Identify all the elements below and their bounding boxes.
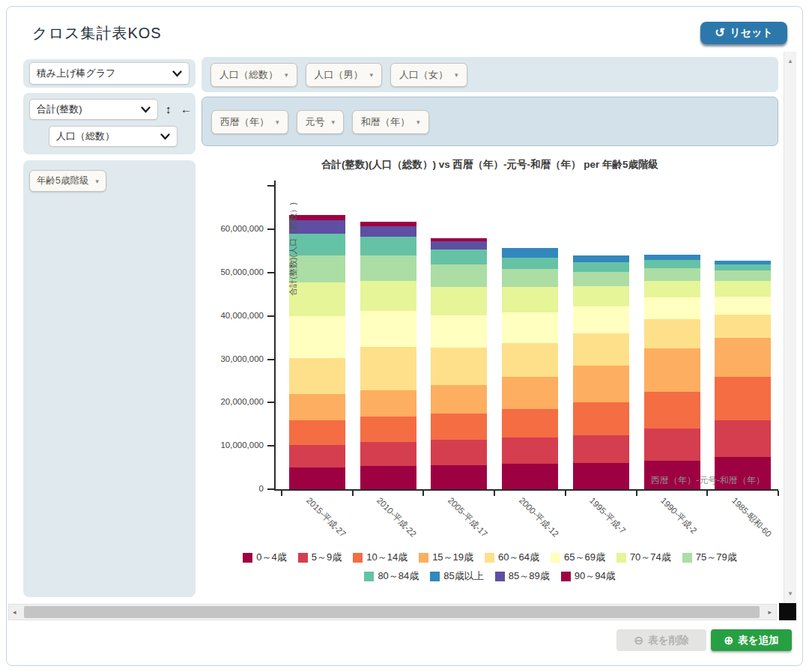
caret-down-icon: ▾ — [416, 118, 420, 126]
legend-item[interactable]: 80～84歳 — [364, 569, 419, 583]
y-axis-tick-label: 0 — [201, 484, 264, 493]
column-pill[interactable]: 人口（女）▾ — [390, 63, 467, 87]
pill-label: 人口（女） — [399, 68, 448, 82]
bar-segment — [644, 392, 700, 429]
bar-segment — [431, 287, 487, 315]
legend-item[interactable]: 75～79歳 — [682, 551, 737, 564]
legend-item[interactable]: 10～14歳 — [353, 551, 407, 564]
bar-segment — [715, 270, 771, 281]
x-axis-tick — [494, 491, 495, 496]
legend-item[interactable]: 70～74歳 — [616, 551, 671, 564]
legend-swatch-icon — [485, 553, 494, 563]
legend-swatch-icon — [616, 553, 626, 563]
y-axis-tick — [267, 445, 274, 447]
bar-segment — [715, 420, 771, 457]
chart-area: 合計(整数)(人口（総数）) vs 西暦（年）-元号-和暦（年） per 年齢5… — [202, 148, 778, 602]
bar-segment — [431, 264, 487, 287]
reset-button-label: リセット — [730, 26, 773, 40]
pill-label: 元号 — [306, 115, 325, 129]
vertical-scrollbar[interactable]: ▴ ▾ — [784, 52, 796, 603]
bar-segment — [573, 463, 629, 489]
caret-down-icon: ▾ — [95, 178, 99, 185]
legend-item[interactable]: 90～94歳 — [561, 569, 616, 583]
legend: 0～4歳5～9歳10～14歳15～19歳60～64歳65～69歳70～74歳75… — [202, 551, 778, 583]
bar-segment — [360, 255, 416, 281]
bar-segment — [431, 241, 487, 249]
bar-segment — [289, 467, 345, 489]
column-pill[interactable]: 人口（男）▾ — [306, 63, 383, 87]
bar-segment — [715, 315, 771, 338]
legend-item[interactable]: 85歳以上 — [430, 569, 483, 583]
legend-swatch-icon — [561, 572, 571, 581]
y-axis-tick — [267, 228, 274, 230]
add-circle-icon: ⊕ — [724, 635, 734, 646]
legend-item[interactable]: 60～64歳 — [485, 551, 539, 564]
row-field-pill[interactable]: 年齢5歳階級 ▾ — [29, 170, 106, 192]
legend-item[interactable]: 0～4歳 — [243, 551, 286, 564]
columns-bar: 人口（総数）▾人口（男）▾人口（女）▾ — [202, 57, 778, 92]
bar-segment — [360, 466, 416, 489]
horizontal-scrollbar-thumb[interactable] — [24, 606, 760, 618]
x-axis-tick — [281, 491, 282, 496]
x-axis-tick — [636, 491, 637, 496]
chart-type-panel: 積み上げ棒グラフ — [23, 59, 196, 88]
x-axis-tick — [706, 491, 708, 496]
x-axis-label: 西暦（年）-元号-和暦（年） — [651, 474, 765, 487]
bar-segment — [715, 264, 771, 270]
legend-label: 65～69歳 — [564, 551, 605, 564]
legend-item[interactable]: 5～9歳 — [298, 551, 342, 564]
chart-type-select[interactable]: 積み上げ棒グラフ — [29, 62, 190, 85]
bar-segment — [715, 297, 771, 315]
bar-segment — [289, 445, 345, 468]
bar-segment — [502, 438, 558, 464]
x-axis-pill[interactable]: 元号▾ — [297, 110, 345, 134]
legend-item[interactable]: 15～19歳 — [419, 551, 473, 564]
bar-segment — [644, 268, 700, 281]
legend-row: 80～84歳85歳以上85～89歳90～94歳 — [364, 569, 615, 583]
horizontal-scrollbar[interactable]: ◂ ▸ — [8, 604, 777, 620]
bar-segment — [502, 248, 558, 258]
scroll-left-icon[interactable]: ◂ — [13, 609, 16, 616]
x-axis-tick — [778, 491, 779, 496]
column-pill[interactable]: 人口（総数）▾ — [210, 63, 297, 87]
delete-table-button[interactable]: ⊖ 表を削除 — [616, 629, 706, 651]
x-axis-category-label: 1995-平成-7 — [587, 495, 628, 536]
legend-row: 0～4歳5～9歳10～14歳15～19歳60～64歳65～69歳70～74歳75… — [243, 551, 736, 564]
legend-item[interactable]: 85～89歳 — [495, 569, 550, 583]
page-title: クロス集計表KOS — [32, 23, 162, 43]
bar-segment — [360, 237, 416, 255]
x-axis-tick — [422, 491, 424, 496]
bar-segment — [573, 333, 629, 366]
bar-segment — [431, 315, 487, 348]
scroll-up-icon[interactable]: ▴ — [789, 58, 793, 64]
legend-label: 5～9歳 — [312, 551, 342, 564]
y-axis-label: 合計(整数)(人口（総数）) — [288, 163, 299, 336]
app-window: クロス集計表KOS ↺ リセット 積み上げ棒グラフ 合計(整数) ↕ ← 人口（… — [6, 6, 803, 666]
x-axis-pill[interactable]: 和暦（年）▾ — [352, 110, 429, 134]
x-axis-pill[interactable]: 西暦（年）▾ — [211, 110, 288, 134]
bar-segment — [644, 429, 700, 461]
bar-segment — [289, 420, 345, 444]
bar-segment — [573, 366, 629, 402]
scroll-right-icon[interactable]: ▸ — [768, 609, 772, 616]
chevron-down-icon — [172, 70, 182, 77]
add-table-button[interactable]: ⊕ 表を追加 — [711, 629, 792, 651]
legend-label: 75～79歳 — [696, 551, 737, 564]
bar-segment — [431, 385, 487, 414]
move-left-icon[interactable]: ← — [181, 103, 192, 115]
x-axis-category-label: 1990-平成-2 — [658, 495, 699, 536]
caret-down-icon: ▾ — [332, 118, 336, 126]
scroll-down-icon[interactable]: ▾ — [789, 590, 793, 597]
swap-vertical-icon[interactable]: ↕ — [166, 103, 172, 115]
value-subfield-value: 人口（総数） — [56, 130, 115, 143]
bar-segment — [573, 286, 629, 306]
value-subfield-select[interactable]: 人口（総数） — [49, 126, 178, 147]
value-field-value: 合計(整数) — [37, 103, 82, 116]
pill-label: 人口（総数） — [219, 68, 278, 82]
bar-segment — [573, 255, 629, 262]
x-axis-tick — [565, 491, 566, 496]
x-axis-category-label: 1985-昭和-60 — [729, 495, 773, 539]
legend-item[interactable]: 65～69歳 — [551, 551, 605, 564]
value-field-select[interactable]: 合計(整数) — [29, 99, 158, 120]
reset-button[interactable]: ↺ リセット — [700, 22, 787, 44]
